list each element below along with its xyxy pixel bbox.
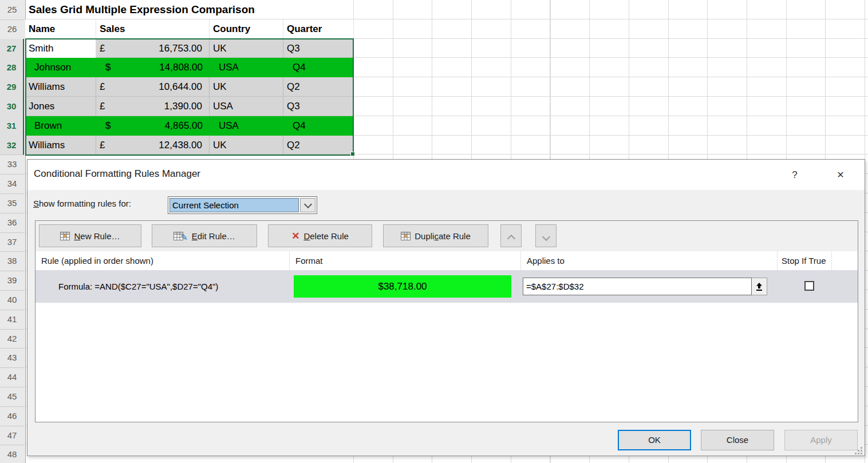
row-header-43[interactable]: 43 [0, 348, 24, 368]
rules-list-panel: New Rule… ✎ Edit Rule… ✕ Delete Rule Dup… [35, 220, 858, 422]
column-header-quarter[interactable]: Quarter [283, 19, 354, 39]
row-header-45[interactable]: 45 [0, 387, 24, 407]
dialog-titlebar[interactable]: Conditional Formatting Rules Manager ? ✕ [27, 160, 865, 190]
move-rule-up-button[interactable] [500, 224, 522, 247]
row-header-40[interactable]: 40 [0, 290, 24, 310]
red-x-icon: ✕ [291, 231, 299, 241]
cell-a27[interactable]: Smith [25, 39, 96, 58]
row-header-column: 2526272829303132333435363738394041424344… [0, 0, 26, 463]
row-header-41[interactable]: 41 [0, 310, 24, 330]
row-header-33[interactable]: 33 [0, 155, 24, 175]
cell-a30[interactable]: Jones [25, 97, 96, 116]
column-header-name[interactable]: Name [25, 19, 96, 39]
cell-c27[interactable]: UK [210, 39, 283, 58]
cell-b30[interactable]: £1,390.00 [96, 97, 210, 116]
cell-b31[interactable]: $4,865.00 [96, 116, 210, 136]
row-header-28[interactable]: 28 [0, 58, 24, 78]
duplicate-rule-button[interactable]: Duplicate Rule [383, 224, 488, 247]
row-header-31[interactable]: 31 [0, 116, 24, 136]
row-header-36[interactable]: 36 [0, 213, 24, 233]
row-header-27[interactable]: 27 [0, 39, 24, 59]
row-header-32[interactable]: 32 [0, 136, 24, 156]
resize-grip[interactable] [854, 447, 862, 454]
dropdown-arrow-button[interactable] [300, 198, 315, 212]
row-header-47[interactable]: 47 [0, 426, 24, 446]
cell-c28[interactable]: USA [210, 58, 283, 77]
cell-c32[interactable]: UK [210, 136, 283, 155]
rule-description: Formula: =AND($C27="USA",$D27="Q4") [58, 270, 218, 303]
close-icon[interactable]: ✕ [833, 167, 849, 183]
cell-b29[interactable]: £10,644.00 [96, 77, 210, 97]
cell-a31[interactable]: Brown [25, 116, 96, 136]
cell-b32[interactable]: £12,438.00 [96, 136, 210, 155]
row-header-38[interactable]: 38 [0, 251, 24, 271]
cell-c29[interactable]: UK [210, 77, 283, 97]
pencil-icon: ✎ [180, 232, 188, 243]
delete-rule-label: Delete Rule [303, 231, 348, 241]
show-rules-label: Show formatting rules for: [33, 199, 131, 208]
cell-d32[interactable]: Q2 [283, 136, 354, 155]
cell-d29[interactable]: Q2 [283, 77, 354, 97]
applies-to-input[interactable] [523, 278, 752, 295]
edit-rule-label: Edit Rule… [192, 231, 235, 241]
row-header-25[interactable]: 25 [0, 0, 24, 20]
help-icon[interactable]: ? [787, 167, 803, 183]
column-header-sales[interactable]: Sales [96, 19, 210, 39]
chevron-down-icon [543, 233, 549, 239]
ok-button[interactable]: OK [618, 430, 691, 450]
new-rule-button[interactable]: New Rule… [39, 224, 141, 247]
sheet-title: Sales Grid Multiple Expression Compariso… [29, 0, 255, 19]
rules-toolbar: New Rule… ✎ Edit Rule… ✕ Delete Rule Dup… [35, 221, 858, 251]
rule-row[interactable]: Formula: =AND($C27="USA",$D27="Q4") $38,… [35, 270, 858, 303]
header-rule: Rule (applied in order shown) [35, 251, 289, 270]
chevron-down-icon [303, 200, 311, 208]
table-icon [60, 232, 70, 240]
cell-c30[interactable]: USA [210, 97, 283, 116]
dialog-title: Conditional Formatting Rules Manager [34, 168, 200, 180]
row-header-39[interactable]: 39 [0, 271, 24, 291]
new-rule-label: New Rule… [74, 231, 120, 241]
cell-d31[interactable]: Q4 [283, 116, 354, 136]
row-header-42[interactable]: 42 [0, 329, 24, 349]
show-rules-dropdown-value: Current Selection [169, 198, 299, 212]
row-header-46[interactable]: 46 [0, 406, 24, 426]
cell-a32[interactable]: Williams [25, 136, 96, 155]
chevron-up-icon [508, 233, 514, 239]
row-header-30[interactable]: 30 [0, 97, 24, 117]
move-rule-down-button[interactable] [535, 224, 557, 247]
cell-d30[interactable]: Q3 [283, 97, 354, 116]
apply-button[interactable]: Apply [784, 430, 858, 450]
row-header-26[interactable]: 26 [0, 19, 24, 39]
edit-rule-button[interactable]: ✎ Edit Rule… [152, 224, 257, 247]
cell-c31[interactable]: USA [210, 116, 283, 136]
header-applies-to: Applies to [520, 251, 777, 270]
column-header-country[interactable]: Country [210, 19, 283, 39]
duplicate-rule-label: Duplicate Rule [415, 231, 471, 241]
cell-d27[interactable]: Q3 [283, 39, 354, 58]
close-button[interactable]: Close [701, 430, 774, 450]
cell-a29[interactable]: Williams [25, 77, 96, 97]
row-header-44[interactable]: 44 [0, 367, 24, 387]
show-rules-dropdown[interactable]: Current Selection [168, 196, 317, 214]
table-icon [401, 232, 411, 240]
cell-b27[interactable]: £16,753.00 [96, 39, 210, 58]
row-header-29[interactable]: 29 [0, 77, 24, 97]
cell-a28[interactable]: Johnson [25, 58, 96, 77]
header-stop-if-true: Stop If True [777, 251, 831, 270]
stop-if-true-checkbox[interactable] [804, 281, 814, 291]
collapse-dialog-button[interactable] [752, 278, 767, 295]
row-header-48[interactable]: 48 [0, 445, 24, 463]
row-header-34[interactable]: 34 [0, 174, 24, 194]
cell-b28[interactable]: $14,808.00 [96, 58, 210, 77]
header-format: Format [289, 251, 520, 270]
rule-format-preview: $38,718.00 [294, 275, 511, 298]
rules-list-header: Rule (applied in order shown) Format App… [35, 251, 858, 270]
selection-fill-handle[interactable] [350, 152, 355, 156]
show-rules-label-accel: S [33, 199, 39, 208]
cell-d28[interactable]: Q4 [283, 58, 354, 77]
row-header-35[interactable]: 35 [0, 193, 24, 213]
delete-rule-button[interactable]: ✕ Delete Rule [268, 224, 372, 247]
cf-rules-manager-dialog: Conditional Formatting Rules Manager ? ✕… [27, 159, 865, 456]
row-header-37[interactable]: 37 [0, 232, 24, 252]
range-select-arrow-icon [755, 282, 763, 291]
